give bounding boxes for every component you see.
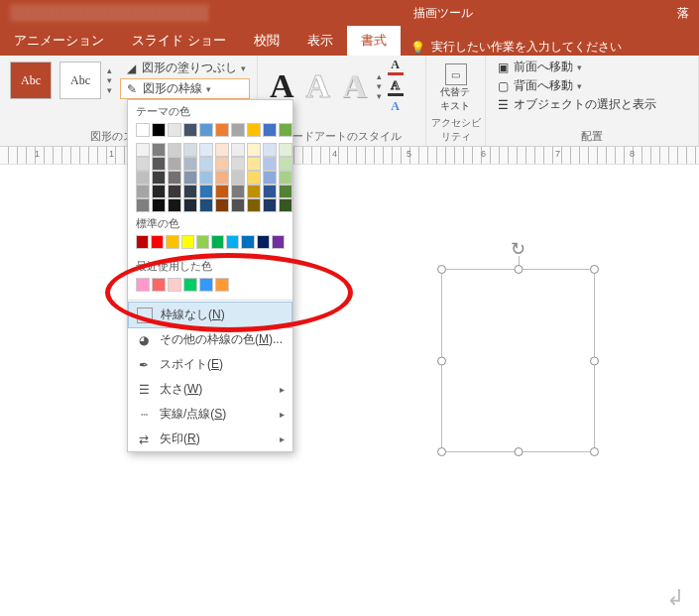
chevron-up-icon[interactable]: ▴ (377, 71, 382, 81)
color-swatch[interactable] (272, 235, 285, 249)
color-swatch[interactable] (215, 185, 229, 198)
color-swatch[interactable] (215, 198, 229, 212)
color-swatch[interactable] (211, 235, 224, 249)
wordart-preset-3[interactable]: A (342, 67, 367, 105)
resize-handle-sw[interactable] (437, 447, 446, 456)
color-swatch[interactable] (279, 157, 292, 171)
color-swatch[interactable] (183, 185, 197, 198)
color-swatch[interactable] (241, 235, 254, 249)
color-swatch[interactable] (152, 278, 166, 292)
color-swatch[interactable] (199, 171, 213, 185)
color-swatch[interactable] (183, 171, 197, 185)
text-outline-icon[interactable]: A (388, 78, 404, 96)
send-backward-button[interactable]: ▢ 背面へ移動 ▾ (492, 76, 692, 95)
color-swatch[interactable] (199, 198, 213, 212)
color-swatch[interactable] (136, 123, 150, 137)
resize-handle-n[interactable] (514, 265, 523, 274)
tab-view[interactable]: 表示 (293, 26, 347, 56)
color-swatch[interactable] (196, 235, 209, 249)
color-swatch[interactable] (231, 123, 245, 137)
color-swatch[interactable] (231, 143, 245, 157)
tab-format[interactable]: 書式 (347, 26, 401, 56)
color-swatch[interactable] (152, 198, 166, 212)
color-swatch[interactable] (247, 143, 261, 157)
shape-style-preset-1[interactable]: Abc (10, 62, 52, 99)
shape-fill-button[interactable]: ◢ 図形の塗りつぶし ▾ (120, 58, 250, 78)
text-effects-icon[interactable]: A (388, 99, 404, 114)
wordart-preset-2[interactable]: A (306, 67, 331, 105)
color-swatch[interactable] (263, 171, 277, 185)
color-swatch[interactable] (136, 185, 150, 198)
color-swatch[interactable] (215, 171, 229, 185)
color-swatch[interactable] (279, 123, 292, 137)
color-swatch[interactable] (263, 198, 277, 212)
color-swatch[interactable] (181, 235, 194, 249)
color-swatch[interactable] (151, 235, 164, 249)
resize-handle-s[interactable] (514, 447, 523, 456)
color-swatch[interactable] (279, 185, 292, 198)
color-swatch[interactable] (136, 278, 150, 292)
color-swatch[interactable] (263, 157, 277, 171)
color-swatch[interactable] (168, 157, 181, 171)
color-swatch[interactable] (183, 157, 197, 171)
bring-forward-button[interactable]: ▣ 前面へ移動 ▾ (492, 58, 692, 76)
color-swatch[interactable] (226, 235, 239, 249)
menu-eyedropper[interactable]: ✒ スポイト(E) (128, 352, 292, 377)
color-swatch[interactable] (263, 185, 277, 198)
color-swatch[interactable] (247, 171, 261, 185)
color-swatch[interactable] (247, 157, 261, 171)
color-swatch[interactable] (231, 157, 245, 171)
slide-canvas[interactable]: ↻ この枠線を印刷 されないようにしたい ↲ (0, 165, 699, 616)
selection-pane-button[interactable]: ☰ オブジェクトの選択と表示 (492, 95, 692, 114)
text-fill-icon[interactable]: A (388, 58, 404, 75)
color-swatch[interactable] (279, 171, 292, 185)
color-swatch[interactable] (136, 157, 150, 171)
resize-handle-nw[interactable] (437, 265, 446, 274)
color-swatch[interactable] (168, 123, 181, 137)
color-swatch[interactable] (199, 143, 213, 157)
color-swatch[interactable] (279, 198, 292, 212)
color-swatch[interactable] (136, 198, 150, 212)
color-swatch[interactable] (168, 185, 181, 198)
tab-slideshow[interactable]: スライド ショー (118, 26, 240, 56)
color-swatch[interactable] (152, 143, 166, 157)
color-swatch[interactable] (247, 185, 261, 198)
color-swatch[interactable] (215, 157, 229, 171)
selected-shape-rectangle[interactable]: ↻ (441, 269, 595, 452)
color-swatch[interactable] (199, 185, 213, 198)
menu-no-outline[interactable]: 枠線なし(N) (128, 302, 292, 328)
color-swatch[interactable] (231, 185, 245, 198)
color-swatch[interactable] (257, 235, 270, 249)
tab-animation[interactable]: アニメーション (0, 26, 118, 56)
color-swatch[interactable] (168, 198, 181, 212)
color-swatch[interactable] (247, 198, 261, 212)
color-swatch[interactable] (199, 123, 213, 137)
color-swatch[interactable] (136, 235, 149, 249)
chevron-down-icon[interactable]: ▾ (377, 81, 382, 91)
color-swatch[interactable] (152, 123, 166, 137)
color-swatch[interactable] (231, 198, 245, 212)
color-swatch[interactable] (199, 157, 213, 171)
color-swatch[interactable] (247, 123, 261, 137)
chevron-down-icon[interactable]: ▾ (107, 75, 112, 85)
color-swatch[interactable] (279, 143, 292, 157)
alt-text-button[interactable]: ▭ 代替テキスト (440, 58, 472, 113)
color-swatch[interactable] (263, 143, 277, 157)
color-swatch[interactable] (152, 185, 166, 198)
more-styles-icon[interactable]: ▾ (107, 85, 112, 95)
resize-handle-ne[interactable] (590, 265, 599, 274)
shape-style-preset-2[interactable]: Abc (59, 62, 101, 99)
color-swatch[interactable] (168, 278, 181, 292)
menu-more-colors[interactable]: ◕ その他の枠線の色(M)... (128, 327, 292, 352)
color-swatch[interactable] (166, 235, 178, 249)
color-swatch[interactable] (183, 198, 197, 212)
color-swatch[interactable] (231, 171, 245, 185)
color-swatch[interactable] (152, 171, 166, 185)
resize-handle-e[interactable] (590, 356, 599, 365)
color-swatch[interactable] (199, 278, 213, 292)
chevron-up-icon[interactable]: ▴ (107, 65, 112, 75)
menu-dashes[interactable]: ┄ 実線/点線(S) ▸ (128, 402, 292, 427)
resize-handle-w[interactable] (437, 356, 446, 365)
menu-arrows[interactable]: ⇄ 矢印(R) ▸ (128, 427, 292, 451)
color-swatch[interactable] (215, 278, 229, 292)
